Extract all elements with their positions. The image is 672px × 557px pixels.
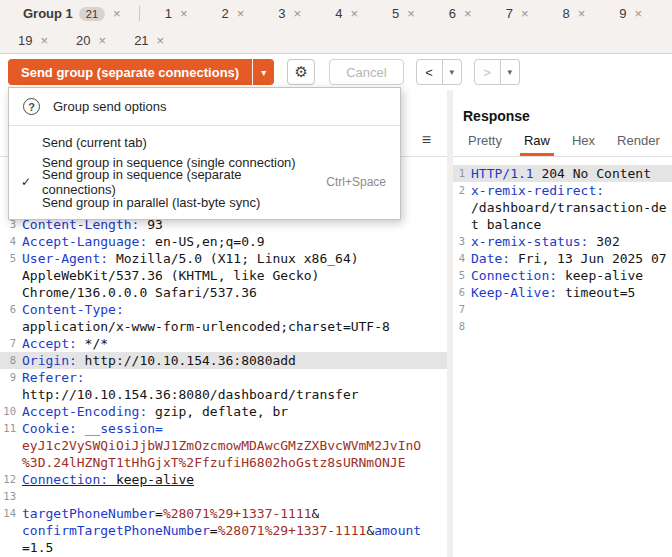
code-text: Referer: [16, 369, 85, 386]
line-number: 3 [453, 233, 465, 250]
repeater-tab[interactable]: 7× [489, 1, 546, 27]
code-segment: Fri, 13 Jun 2025 07 [510, 251, 667, 266]
menu-item[interactable]: Send group in parallel (last-byte sync) [9, 192, 400, 212]
close-tab-icon[interactable]: × [635, 6, 643, 21]
editor-line[interactable]: 8 [453, 318, 672, 335]
editor-line[interactable]: 2x-remix-redirect: [453, 182, 672, 199]
send-group-label[interactable]: Send group (separate connections) [8, 59, 252, 85]
forward-button[interactable]: > [474, 59, 501, 85]
editor-line[interactable]: 6Content-Type: [0, 301, 447, 318]
editor-line[interactable]: 11Cookie: __session= [0, 420, 447, 437]
close-tab-icon[interactable]: × [294, 6, 302, 21]
editor-line[interactable]: %3D.24lHZNgT1tHhGjxT%2FfzufiH6802hoGstz8… [0, 454, 447, 471]
code-segment: Date: [471, 251, 510, 266]
repeater-tab[interactable]: 6× [432, 1, 489, 27]
code-text: Accept-Language: en-US,en;q=0.9 [16, 233, 265, 250]
editor-line[interactable]: /dashboard/transaction-de [453, 199, 672, 216]
code-text: Date: Fri, 13 Jun 2025 07 [465, 250, 667, 267]
code-segment: =1.5 [22, 540, 53, 555]
line-number: 5 [0, 250, 16, 267]
close-tab-icon[interactable]: × [464, 6, 472, 21]
code-segment: 204 No Content [534, 166, 651, 181]
editor-line[interactable]: 3x-remix-status: 302 [453, 233, 672, 250]
menu-item[interactable]: Send (current tab) [9, 132, 400, 152]
editor-line[interactable]: 12Connection: keep-alive [0, 471, 447, 488]
forward-history-caret-icon[interactable]: ▾ [501, 59, 520, 85]
back-history-caret-icon[interactable]: ▾ [443, 59, 462, 85]
close-tab-icon[interactable]: × [113, 6, 121, 21]
editor-line[interactable]: t balance [453, 216, 672, 233]
send-group-button[interactable]: Send group (separate connections) ▾ [8, 59, 274, 85]
response-tab-raw[interactable]: Raw [513, 133, 561, 156]
cancel-button[interactable]: Cancel [329, 59, 403, 85]
close-tab-icon[interactable]: × [180, 6, 188, 21]
editor-line[interactable]: 5Connection: keep-alive [453, 267, 672, 284]
check-icon: ✓ [21, 175, 42, 189]
editor-line[interactable]: =1.5 [0, 539, 447, 556]
response-tab-pretty[interactable]: Pretty [457, 133, 513, 156]
settings-button[interactable]: ⚙ [287, 59, 315, 85]
line-number [0, 539, 16, 556]
editor-line[interactable]: 6Keep-Alive: timeout=5 [453, 284, 672, 301]
editor-line[interactable]: confirmTargetPhoneNumber=%28071%29+1337-… [0, 522, 447, 539]
editor-line[interactable]: Chrome/136.0.0.0 Safari/537.36 [0, 284, 447, 301]
response-editor[interactable]: 1HTTP/1.1 204 No Content2x-remix-redirec… [453, 157, 672, 557]
editor-line[interactable]: 8Origin: http://10.10.154.36:8080add [0, 352, 447, 369]
code-segment: gzip, deflate, br [147, 404, 288, 419]
code-text: confirmTargetPhoneNumber=%28071%29+1337-… [16, 522, 421, 539]
code-segment: = [155, 506, 163, 521]
send-options-caret-icon[interactable]: ▾ [252, 59, 274, 85]
group-tab[interactable]: Group 1 21 × [13, 1, 137, 27]
close-tab-icon[interactable]: × [40, 33, 48, 48]
close-tab-icon[interactable]: × [521, 6, 529, 21]
line-number: 8 [453, 318, 465, 335]
response-tab-render[interactable]: Render [606, 133, 671, 156]
tab-label: 21 [134, 33, 148, 48]
repeater-tab[interactable]: 5× [375, 1, 432, 27]
close-tab-icon[interactable]: × [157, 33, 165, 48]
close-tab-icon[interactable]: × [578, 6, 586, 21]
repeater-tab[interactable]: 21× [120, 28, 178, 54]
editor-line[interactable]: 13 [0, 488, 447, 505]
editor-line[interactable]: application/x-www-form-urlencoded;charse… [0, 318, 447, 335]
line-number: 6 [0, 301, 16, 318]
repeater-tab[interactable]: 9× [602, 1, 659, 27]
close-tab-icon[interactable]: × [407, 6, 415, 21]
editor-line[interactable]: 1HTTP/1.1 204 No Content [453, 165, 672, 182]
editor-menu-icon[interactable]: ≡ [422, 132, 431, 148]
close-tab-icon[interactable]: × [99, 33, 107, 48]
code-text: application/x-www-form-urlencoded;charse… [16, 318, 390, 335]
code-segment: Accept-Language: [22, 234, 147, 249]
editor-line[interactable]: 9Referer: [0, 369, 447, 386]
editor-line[interactable]: 10Accept-Encoding: gzip, deflate, br [0, 403, 447, 420]
editor-line[interactable]: 4Date: Fri, 13 Jun 2025 07 [453, 250, 672, 267]
code-segment: /dashboard/transaction-de [471, 200, 667, 215]
code-segment: Referer: [22, 370, 85, 385]
menu-item[interactable]: ✓Send group in sequence (separate connec… [9, 172, 400, 192]
repeater-tab[interactable]: 19× [4, 28, 62, 54]
editor-line[interactable]: 4Accept-Language: en-US,en;q=0.9 [0, 233, 447, 250]
repeater-tab[interactable]: 1× [148, 1, 205, 27]
editor-line[interactable]: 7 [453, 301, 672, 318]
code-segment: HTTP/1.1 [471, 166, 534, 181]
repeater-tab[interactable]: 2× [205, 1, 262, 27]
editor-line[interactable]: eyJ1c2VySWQiOiJjbWJ1ZmOzcmowMDAwcGMzZXBv… [0, 437, 447, 454]
repeater-tab[interactable]: 20× [62, 28, 120, 54]
repeater-tab[interactable]: 1 [659, 1, 672, 27]
code-segment: = [210, 523, 218, 538]
code-segment: Connection: [471, 268, 557, 283]
code-segment: Accept-Encoding: [22, 404, 147, 419]
repeater-tab[interactable]: 4× [318, 1, 375, 27]
response-tab-hex[interactable]: Hex [561, 133, 606, 156]
close-tab-icon[interactable]: × [237, 6, 245, 21]
editor-line[interactable]: 14targetPhoneNumber=%28071%29+1337-1111& [0, 505, 447, 522]
editor-line[interactable]: 5User-Agent: Mozilla/5.0 (X11; Linux x86… [0, 250, 447, 267]
tab-label: 2 [222, 6, 229, 21]
editor-line[interactable]: AppleWebKit/537.36 (KHTML, like Gecko) [0, 267, 447, 284]
close-tab-icon[interactable]: × [350, 6, 358, 21]
repeater-tab[interactable]: 3× [261, 1, 318, 27]
editor-line[interactable]: http://10.10.154.36:8080/dashboard/trans… [0, 386, 447, 403]
repeater-tab[interactable]: 8× [545, 1, 602, 27]
back-button[interactable]: < [416, 59, 443, 85]
editor-line[interactable]: 7Accept: */* [0, 335, 447, 352]
